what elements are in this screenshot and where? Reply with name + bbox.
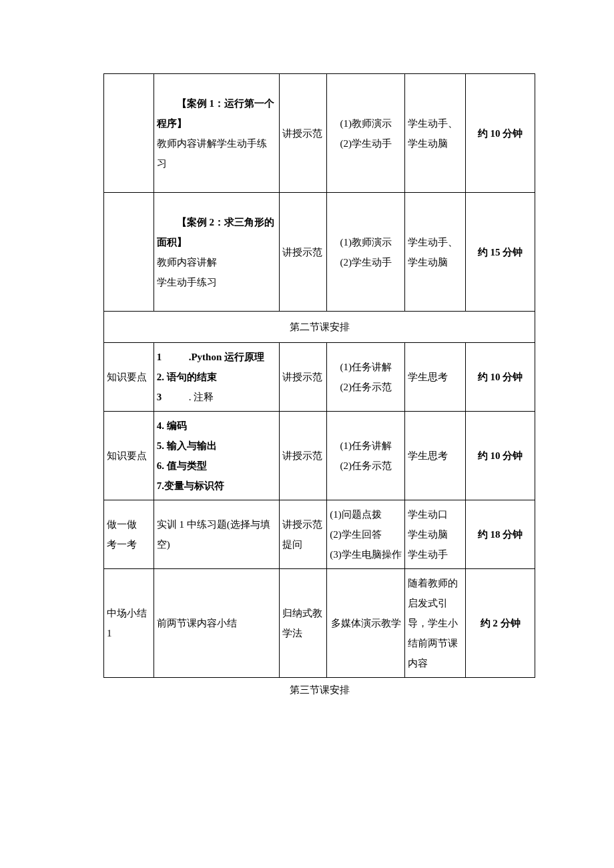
schedule-table: 【案例 1：运行第一个程序】 教师内容讲解学生动手练习 讲授示范 (1)教师演示…	[103, 73, 535, 678]
cell-label: 知识要点	[104, 343, 154, 412]
time-text: 约 10 分钟	[478, 450, 523, 461]
section-header: 第二节课安排	[104, 312, 535, 343]
table-row: 【案例 1：运行第一个程序】 教师内容讲解学生动手练习 讲授示范 (1)教师演示…	[104, 74, 535, 193]
cell-student: 学生动手、学生动脑	[405, 74, 466, 193]
item-num: 3	[157, 392, 162, 402]
cell-content: 1 .Python 运行原理 2. 语句的结束 3 . 注释	[154, 343, 279, 412]
cell-time: 约 18 分钟	[466, 500, 535, 569]
cell-label: 知识要点	[104, 412, 154, 500]
cell-steps: (1)教师演示(2)学生动手	[327, 193, 405, 312]
section-header-row: 第二节课安排	[104, 312, 535, 343]
step-line: (1)教师演示(2)学生动手	[330, 232, 402, 272]
cell-method: 归纳式教学法	[279, 569, 326, 678]
case-title: 【案例 2：求三角形的面积】	[157, 212, 276, 252]
cell-content: 前两节课内容小结	[154, 569, 279, 678]
cell-time: 约 10 分钟	[466, 343, 535, 412]
list-line: 6. 值与类型	[157, 456, 276, 476]
cell-content: 4. 编码 5. 输入与输出 6. 值与类型 7.变量与标识符	[154, 412, 279, 500]
cell-student: 随着教师的启发式引导，学生小结前两节课内容	[405, 569, 466, 678]
cell-content: 实训 1 中练习题(选择与填空)	[154, 500, 279, 569]
cell-method: 讲授示范提问	[279, 500, 326, 569]
list-line: 7.变量与标识符	[157, 476, 276, 496]
cell-label	[104, 74, 154, 193]
cell-time: 约 10 分钟	[466, 412, 535, 500]
case-body: 教师内容讲解学生动手练习	[157, 252, 276, 292]
list-line: 4. 编码	[157, 416, 276, 436]
time-text: 约 2 分钟	[481, 618, 521, 628]
table-row: 知识要点 1 .Python 运行原理 2. 语句的结束 3 . 注释	[104, 343, 535, 412]
cell-time: 约 10 分钟	[466, 74, 535, 193]
table-row: 【案例 2：求三角形的面积】 教师内容讲解学生动手练习 讲授示范 (1)教师演示…	[104, 193, 535, 312]
cell-method: 讲授示范	[279, 74, 326, 193]
item-text: . 注释	[189, 392, 214, 402]
time-text: 约 10 分钟	[478, 372, 523, 382]
cell-content: 【案例 2：求三角形的面积】 教师内容讲解学生动手练习	[154, 193, 279, 312]
cell-label: 做一做考一考	[104, 500, 154, 569]
cell-label: 中场小结 1	[104, 569, 154, 678]
list-line: 2. 语句的结束	[157, 367, 276, 387]
step-line: (1)问题点拨(2)学生回答(3)学生电脑操作	[330, 504, 402, 564]
cell-label	[104, 193, 154, 312]
step-line: (1)任务讲解(2)任务示范	[330, 357, 402, 397]
cell-steps: 多媒体演示教学	[327, 569, 405, 678]
cell-steps: (1)任务讲解(2)任务示范	[327, 412, 405, 500]
list-line: 5. 输入与输出	[157, 436, 276, 456]
cell-time: 约 2 分钟	[466, 569, 535, 678]
item-text: .Python 运行原理	[189, 352, 264, 362]
document-page: 【案例 1：运行第一个程序】 教师内容讲解学生动手练习 讲授示范 (1)教师演示…	[0, 0, 614, 868]
cell-content: 【案例 1：运行第一个程序】 教师内容讲解学生动手练习	[154, 74, 279, 193]
time-text: 约 10 分钟	[478, 128, 523, 139]
cell-time: 约 15 分钟	[466, 193, 535, 312]
cell-method: 讲授示范	[279, 412, 326, 500]
table-row: 知识要点 4. 编码 5. 输入与输出 6. 值与类型 7.变量与标识符 讲授示…	[104, 412, 535, 500]
cell-student: 学生思考	[405, 343, 466, 412]
cell-steps: (1)任务讲解(2)任务示范	[327, 343, 405, 412]
time-text: 约 18 分钟	[478, 529, 523, 540]
cell-steps: (1)教师演示(2)学生动手	[327, 74, 405, 193]
footer-caption: 第三节课安排	[103, 678, 535, 702]
step-line: (1)教师演示(2)学生动手	[330, 113, 402, 153]
item-num: 1	[157, 352, 162, 362]
cell-method: 讲授示范	[279, 343, 326, 412]
cell-method: 讲授示范	[279, 193, 326, 312]
table-row: 做一做考一考 实训 1 中练习题(选择与填空) 讲授示范提问 (1)问题点拨(2…	[104, 500, 535, 569]
list-line: 3 . 注释	[157, 387, 276, 407]
cell-steps: (1)问题点拨(2)学生回答(3)学生电脑操作	[327, 500, 405, 569]
cell-student: 学生动口学生动脑学生动手	[405, 500, 466, 569]
case-title: 【案例 1：运行第一个程序】	[157, 93, 276, 133]
time-text: 约 15 分钟	[478, 247, 523, 258]
cell-student: 学生动手、学生动脑	[405, 193, 466, 312]
table-row: 中场小结 1 前两节课内容小结 归纳式教学法 多媒体演示教学 随着教师的启发式引…	[104, 569, 535, 678]
list-line: 1 .Python 运行原理	[157, 347, 276, 367]
cell-student: 学生思考	[405, 412, 466, 500]
case-body: 教师内容讲解学生动手练习	[157, 133, 276, 173]
step-line: (1)任务讲解(2)任务示范	[330, 436, 402, 476]
